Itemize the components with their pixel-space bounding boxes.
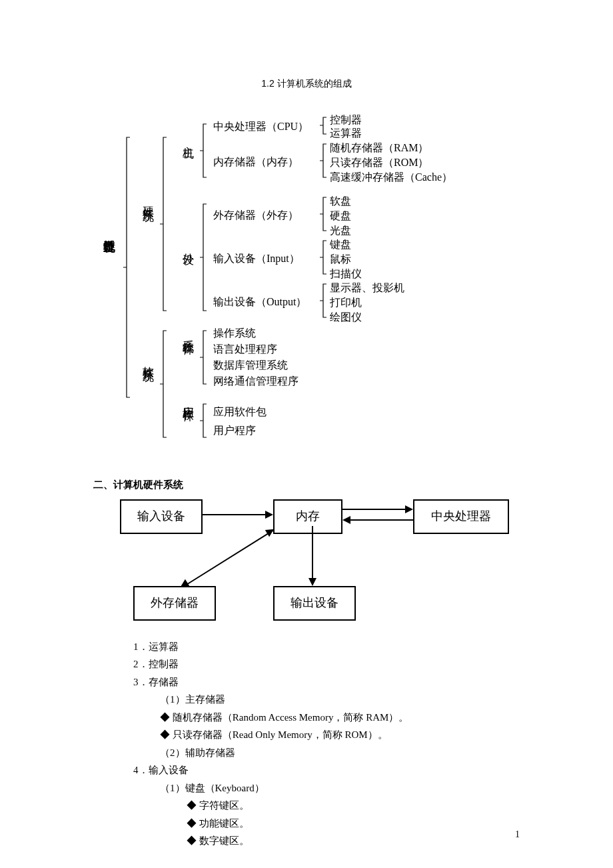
tree-hardware: 硬件系统 xyxy=(140,197,157,203)
tree-mem-c: 高速缓冲存储器（Cache） xyxy=(330,169,452,185)
flow-diagram: 输入设备 内存 中央处理器 外存储器 输出设备 xyxy=(120,499,533,626)
list-item: 4．输入设备 xyxy=(133,763,520,778)
page-title: 1.2 计算机系统的组成 xyxy=(93,77,520,91)
arrow-head-right-icon xyxy=(265,511,273,519)
tree-app-sw: 应用软件 xyxy=(180,397,197,403)
tree-mem-a: 随机存储器（RAM） xyxy=(330,140,428,156)
list-item: ◆ 随机存储器（Random Access Memory，简称 RAM）。 xyxy=(160,710,520,725)
tree-sys-c: 数据库管理系统 xyxy=(213,357,288,373)
list-item: ◆ 数字键区。 xyxy=(187,833,520,849)
tree-ext: 外存储器（外存） xyxy=(213,207,299,223)
flow-ext-storage: 外存储器 xyxy=(133,586,216,621)
page: 1.2 计算机系统的组成 xyxy=(0,0,613,868)
arrow-head-down-icon xyxy=(308,578,316,586)
page-number: 1 xyxy=(515,827,520,841)
flow-cpu: 中央处理器 xyxy=(413,499,509,534)
list-item: 3．存储器 xyxy=(133,675,520,690)
section-2-heading: 二、计算机硬件系统 xyxy=(93,477,520,493)
arrow-line xyxy=(203,514,265,515)
tree-brackets-svg xyxy=(93,111,520,457)
tree-sys-sw: 系统软件 xyxy=(180,331,197,336)
tree-inp: 输入设备（Input） xyxy=(213,251,300,267)
tree-mem-b: 只读存储器（ROM） xyxy=(330,155,428,171)
tree-out-a: 显示器、投影机 xyxy=(330,280,404,296)
tree-periph: 外设 xyxy=(180,244,197,247)
list-item: （2）辅助存储器 xyxy=(160,745,520,761)
tree-cpu-b: 运算器 xyxy=(330,125,362,141)
arrow-head-right-icon xyxy=(405,505,413,513)
list-item: （1）键盘（Keyboard） xyxy=(160,781,520,796)
tree-sys-a: 操作系统 xyxy=(213,325,256,341)
arrow-line xyxy=(183,529,274,587)
flow-input-device: 输入设备 xyxy=(120,499,203,534)
tree-out: 输出设备（Output） xyxy=(213,294,306,310)
tree-mem: 内存储器（内存） xyxy=(213,154,299,170)
tree-out-c: 绘图仪 xyxy=(330,309,362,325)
tree-ext-b: 硬盘 xyxy=(330,208,351,224)
arrow-head-left-icon xyxy=(342,516,350,524)
arrow-line xyxy=(342,509,405,510)
list-item: ◆ 字符键区。 xyxy=(187,798,520,813)
flow-memory: 内存 xyxy=(273,499,342,534)
tree-sys-d: 网络通信管理程序 xyxy=(213,373,299,389)
list-item: 2．控制器 xyxy=(133,657,520,672)
tree-app-b: 用户程序 xyxy=(213,423,256,439)
tree-host: 主机 xyxy=(180,137,197,140)
tree-out-b: 打印机 xyxy=(330,295,362,311)
list-item: 1．运算器 xyxy=(133,639,520,655)
tree-inp-a: 键盘 xyxy=(330,237,351,253)
content-list: 1．运算器 2．控制器 3．存储器 （1）主存储器 ◆ 随机存储器（Random… xyxy=(133,639,520,849)
arrow-line xyxy=(312,526,313,578)
tree-diagram: 微型计算机系统 硬件系统 软件系统 主机 外设 系统软件 应用软件 中央处理器（… xyxy=(93,111,520,457)
tree-inp-b: 鼠标 xyxy=(330,251,351,267)
arrow-line xyxy=(350,519,413,521)
flow-output-device: 输出设备 xyxy=(273,586,356,621)
tree-cpu: 中央处理器（CPU） xyxy=(213,119,308,135)
list-item: ◆ 功能键区。 xyxy=(187,816,520,831)
list-item: （1）主存储器 xyxy=(160,692,520,707)
tree-software: 软件系统 xyxy=(140,357,157,363)
tree-sys-b: 语言处理程序 xyxy=(213,341,277,357)
tree-app-a: 应用软件包 xyxy=(213,404,267,420)
list-item: ◆ 只读存储器（Read Only Memory，简称 ROM）。 xyxy=(160,727,520,743)
tree-ext-a: 软盘 xyxy=(330,193,351,209)
